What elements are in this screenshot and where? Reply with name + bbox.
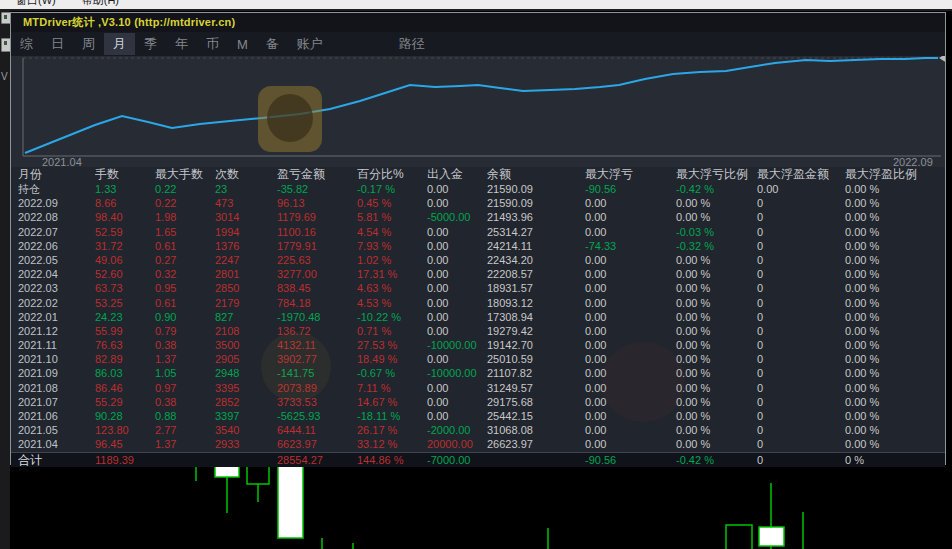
table-cell: -0.42 %	[676, 182, 757, 196]
table-cell: 23	[215, 182, 277, 196]
table-cell: 0.00 %	[845, 296, 945, 310]
table-cell: 4.63 %	[357, 281, 427, 295]
table-cell: 55.99	[95, 324, 155, 338]
table-cell: 2108	[215, 324, 277, 338]
table-cell: 49.06	[95, 253, 155, 267]
table-cell: 76.63	[95, 338, 155, 352]
table-cell: 98.40	[95, 210, 155, 224]
table-cell: 1376	[215, 239, 277, 253]
table-cell: 2852	[215, 395, 277, 409]
table-cell: 17.31 %	[357, 267, 427, 281]
table-cell: 0.90	[155, 310, 215, 324]
row-label: 2021.05	[18, 423, 95, 437]
table-cell: 0.00 %	[845, 281, 945, 295]
table-cell: 7.11 %	[357, 381, 427, 395]
table-cell: 22208.57	[487, 267, 585, 281]
table-cell: 96.45	[95, 437, 155, 451]
toolbar-item-日[interactable]: 日	[42, 33, 73, 55]
toolbar-item-季[interactable]: 季	[135, 33, 166, 55]
table-cell: -5625.93	[277, 409, 357, 423]
table-cell: 0	[757, 225, 845, 239]
table-cell: 5.81 %	[357, 210, 427, 224]
toolbar-item-年[interactable]: 年	[166, 33, 197, 55]
table-cell: 0	[757, 267, 845, 281]
toolbar-item-周[interactable]: 周	[73, 33, 104, 55]
table-row: 2022.0549.060.272247225.631.02 %0.002243…	[11, 253, 945, 267]
menu-item[interactable]: 帮助(H)	[82, 0, 119, 8]
table-header-cell: 最大浮盈金额	[757, 167, 845, 182]
table-cell: 0.00 %	[676, 324, 757, 338]
table-cell: 0.00 %	[845, 366, 945, 380]
table-cell: 21493.96	[487, 210, 585, 224]
toolbar-path-button[interactable]: 路径	[390, 33, 434, 55]
table-cell: 0.00 %	[845, 225, 945, 239]
table-cell: -0.67 %	[357, 366, 427, 380]
toolbar-item-币[interactable]: 币	[197, 33, 228, 55]
table-cell: 0.00 %	[676, 352, 757, 366]
table-header-cell: 次数	[215, 167, 277, 182]
table-row: 2021.0986.031.052948-141.75-0.67 %-10000…	[11, 366, 945, 380]
table-header-cell: 最大浮亏比例	[676, 167, 757, 182]
table-cell: 0.00 %	[845, 381, 945, 395]
table-cell: 14.67 %	[357, 395, 427, 409]
table-header: 月份手数最大手数次数盈亏金额百分比%出入金余额最大浮亏最大浮亏比例最大浮盈金额最…	[11, 167, 945, 182]
table-cell: 0.00	[585, 324, 676, 338]
table-cell: 0.00	[585, 437, 676, 451]
row-label: 2021.11	[18, 338, 95, 352]
row-label: 2021.12	[18, 324, 95, 338]
watermark-logo	[258, 86, 322, 152]
table-cell: 7.93 %	[357, 239, 427, 253]
table-cell: 0.00 %	[676, 253, 757, 267]
table-cell: 3395	[215, 381, 277, 395]
table-cell: 0.22	[155, 182, 215, 196]
table-cell: 31.72	[95, 239, 155, 253]
table-cell: 0.00 %	[845, 267, 945, 281]
table-cell: 0	[757, 395, 845, 409]
table-cell: 0	[757, 310, 845, 324]
table-row: 2021.0690.280.883397-5625.93-18.11 %0.00…	[11, 409, 945, 423]
row-label: 持仓	[18, 182, 95, 196]
candle-body	[726, 525, 752, 549]
table-cell: 0.00 %	[676, 381, 757, 395]
table-header-cell: 出入金	[427, 167, 487, 182]
toolbar-item-综[interactable]: 综	[11, 33, 42, 55]
toolbar-item-月[interactable]: 月	[104, 33, 135, 55]
table-cell: 0.00	[585, 409, 676, 423]
table-cell: 0.00 %	[845, 409, 945, 423]
table-cell: 0.00 %	[676, 395, 757, 409]
table-header-cell: 最大浮盈比例	[845, 167, 945, 182]
table-cell: 0	[757, 423, 845, 437]
equity-curve-chart: 2021.04 2022.09	[11, 56, 945, 167]
table-cell: 0.00	[585, 225, 676, 239]
menu-item[interactable]: 窗口(W)	[16, 0, 56, 8]
table-cell: 0.00 %	[676, 196, 757, 210]
table-cell: 123.80	[95, 423, 155, 437]
table-cell: -0.03 %	[676, 225, 757, 239]
menubar: 窗口(W)帮助(H)	[0, 0, 952, 11]
table-cell: 0.00 %	[845, 210, 945, 224]
toolbar-item-备[interactable]: 备	[257, 33, 288, 55]
table-cell: 0.00	[427, 182, 487, 196]
table-cell: 28554.27	[277, 453, 357, 467]
table-cell: 2073.89	[277, 381, 357, 395]
table-cell: 0	[757, 196, 845, 210]
table-cell: -35.82	[277, 182, 357, 196]
table-cell: 0.00 %	[845, 253, 945, 267]
table-row: 2022.0898.401.9830141179.695.81 %-5000.0…	[11, 210, 945, 224]
table-cell: 0.00	[427, 296, 487, 310]
table-cell: 1179.69	[277, 210, 357, 224]
window-titlebar[interactable]: MTDriver统计 ,V3.10 (http://mtdriver.cn)	[11, 13, 945, 32]
row-label: 2022.05	[18, 253, 95, 267]
toolbar-item-账户[interactable]: 账户	[288, 33, 332, 55]
table-cell: 53.25	[95, 296, 155, 310]
table-cell: 0	[757, 437, 845, 451]
table-cell: 0.00 %	[845, 423, 945, 437]
table-cell: 0.00 %	[845, 196, 945, 210]
table-row: 2022.0452.600.3228013277.0017.31 %0.0022…	[11, 267, 945, 281]
table-header-cell: 手数	[95, 167, 155, 182]
table-cell: 0.00 %	[845, 239, 945, 253]
table-cell: 3277.00	[277, 267, 357, 281]
table-cell: 0.00	[427, 381, 487, 395]
toolbar-item-M[interactable]: M	[228, 35, 257, 54]
table-row: 2022.0253.250.612179784.184.53 %0.001809…	[11, 296, 945, 310]
